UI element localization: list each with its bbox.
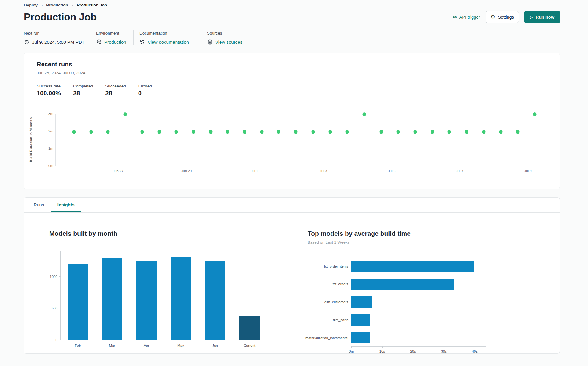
run-duration-point[interactable] bbox=[414, 130, 417, 134]
month-bar-mar[interactable] bbox=[102, 258, 122, 340]
run-duration-point[interactable] bbox=[209, 130, 212, 134]
bar-y-tick-mark bbox=[59, 308, 61, 308]
run-duration-point[interactable] bbox=[106, 130, 109, 134]
month-bar-feb[interactable] bbox=[68, 264, 88, 340]
hbar-x-tick-mark bbox=[413, 346, 413, 348]
stat-errored: Errored 0 bbox=[138, 84, 152, 97]
tab-bar: Runs Insights bbox=[24, 198, 560, 213]
bar-slot bbox=[232, 251, 267, 340]
build-time-bar-fct_order_items[interactable] bbox=[351, 261, 474, 272]
month-bar-may[interactable] bbox=[171, 257, 191, 340]
tab-runs[interactable]: Runs bbox=[27, 198, 51, 212]
bar-slot bbox=[198, 251, 232, 340]
chevron-right-icon: › bbox=[72, 3, 73, 7]
breadcrumb-production-job: Production Job bbox=[77, 3, 107, 7]
page-title: Production Job bbox=[24, 11, 97, 23]
run-duration-point[interactable] bbox=[158, 130, 161, 134]
model-name-label: fct_orders bbox=[333, 282, 348, 286]
bar-slot bbox=[129, 251, 164, 340]
recent-runs-title: Recent runs bbox=[37, 61, 547, 68]
next-run-value: Jul 9, 2024, 5:00 PM PDT bbox=[32, 39, 85, 45]
database-icon bbox=[207, 39, 213, 45]
build-duration-axis-title: Build Duration in Minutes bbox=[29, 114, 33, 166]
build-time-bar-dim_parts[interactable] bbox=[351, 314, 370, 326]
bar-y-tick-mark bbox=[59, 340, 61, 340]
bar-x-tick-label: Mar bbox=[109, 344, 115, 347]
breadcrumb-production[interactable]: Production bbox=[46, 3, 68, 7]
run-duration-point[interactable] bbox=[380, 130, 383, 134]
run-duration-point[interactable] bbox=[192, 130, 195, 134]
run-duration-point[interactable] bbox=[294, 130, 298, 134]
gear-icon: ⚙ bbox=[490, 14, 495, 20]
run-duration-point[interactable] bbox=[499, 130, 503, 134]
model-name-label: materialization_incremental bbox=[305, 336, 348, 340]
bar-x-tick-label: May bbox=[177, 344, 184, 347]
environment-link[interactable]: Production bbox=[104, 39, 126, 45]
scatter-y-tick-label: 0m bbox=[43, 164, 53, 168]
run-duration-point[interactable] bbox=[482, 130, 485, 134]
month-bar-current[interactable] bbox=[239, 316, 260, 340]
run-duration-point[interactable] bbox=[533, 112, 537, 116]
environment-icon bbox=[96, 39, 102, 45]
run-duration-point[interactable] bbox=[345, 130, 349, 134]
run-duration-point[interactable] bbox=[516, 130, 519, 134]
scatter-y-tick-label: 2m bbox=[43, 129, 53, 133]
run-duration-point[interactable] bbox=[362, 112, 366, 116]
run-duration-point[interactable] bbox=[175, 130, 178, 134]
month-bar-apr[interactable] bbox=[136, 261, 157, 340]
model-name-label: dim_parts bbox=[333, 318, 349, 322]
run-now-button[interactable]: ▷ Run now bbox=[524, 11, 560, 23]
bar-y-tick-label: 1000 bbox=[46, 275, 57, 279]
bar-y-tick-label: 0 bbox=[46, 338, 57, 342]
view-sources-link[interactable]: View sources bbox=[215, 39, 242, 45]
next-run-column: Next run Jul 9, 2024, 5:00 PM PDT bbox=[24, 30, 90, 45]
run-duration-point[interactable] bbox=[123, 112, 127, 116]
hbar-row: fct_orders bbox=[351, 279, 486, 290]
view-documentation-link[interactable]: View documentation bbox=[148, 39, 189, 45]
build-time-bar-dim_customers[interactable] bbox=[351, 296, 372, 308]
run-duration-point[interactable] bbox=[328, 130, 332, 134]
documentation-label: Documentation bbox=[139, 31, 201, 35]
run-duration-point[interactable] bbox=[243, 130, 246, 134]
run-duration-point[interactable] bbox=[226, 130, 229, 134]
hbar-row: dim_customers bbox=[351, 296, 486, 308]
recent-runs-card: Recent runs Jun 25, 2024–Jul 09, 2024 Su… bbox=[24, 53, 560, 189]
build-time-bar-materialization_incremental[interactable] bbox=[351, 332, 370, 343]
run-duration-point[interactable] bbox=[260, 130, 264, 134]
clock-icon bbox=[24, 39, 29, 45]
run-duration-point[interactable] bbox=[277, 130, 280, 134]
run-duration-point[interactable] bbox=[431, 130, 434, 134]
models-built-chart: 05001000FebMarAprMayJunCurrent bbox=[60, 251, 267, 340]
month-bar-jun[interactable] bbox=[205, 261, 225, 340]
api-trigger-link[interactable]: </> API trigger bbox=[452, 15, 480, 20]
hbar-row: fct_order_items bbox=[351, 261, 486, 272]
run-duration-point[interactable] bbox=[311, 130, 315, 134]
tab-insights[interactable]: Insights bbox=[51, 198, 81, 212]
hbar-x-tick-label: 0m bbox=[349, 349, 354, 353]
hbar-row: materialization_incremental bbox=[351, 332, 486, 343]
bar-y-tick-mark bbox=[59, 276, 61, 277]
run-duration-point[interactable] bbox=[141, 130, 144, 134]
run-duration-point[interactable] bbox=[448, 130, 451, 134]
breadcrumb-deploy[interactable]: Deploy bbox=[24, 3, 38, 7]
recent-runs-date-range: Jun 25, 2024–Jul 09, 2024 bbox=[37, 71, 547, 75]
scatter-x-tick-label: Jul 3 bbox=[320, 169, 327, 173]
bar-x-tick-label: Apr bbox=[144, 344, 149, 347]
bar-slot bbox=[61, 251, 95, 340]
build-duration-scatter-plot: Build Duration in Minutes 0m1m2m3mJun 27… bbox=[55, 114, 548, 166]
run-duration-point[interactable] bbox=[396, 130, 400, 134]
model-name-label: fct_order_items bbox=[324, 264, 348, 268]
model-name-label: dim_customers bbox=[324, 300, 348, 304]
models-built-chart-title: Models built by month bbox=[49, 230, 117, 237]
scatter-x-tick-label: Jul 7 bbox=[456, 169, 463, 173]
run-duration-point[interactable] bbox=[72, 130, 76, 134]
build-time-bar-fct_orders[interactable] bbox=[351, 279, 454, 290]
top-models-chart-title: Top models by average build time bbox=[308, 230, 411, 237]
settings-button[interactable]: ⚙ Settings bbox=[486, 11, 519, 23]
hbar-row: dim_parts bbox=[351, 314, 486, 326]
run-duration-point[interactable] bbox=[89, 130, 93, 134]
bar-x-tick-label: Jun bbox=[212, 344, 218, 347]
run-duration-point[interactable] bbox=[465, 130, 468, 134]
scatter-x-tick-label: Jul 1 bbox=[251, 169, 258, 173]
top-models-chart: fct_order_itemsfct_ordersdim_customersdi… bbox=[351, 257, 486, 347]
